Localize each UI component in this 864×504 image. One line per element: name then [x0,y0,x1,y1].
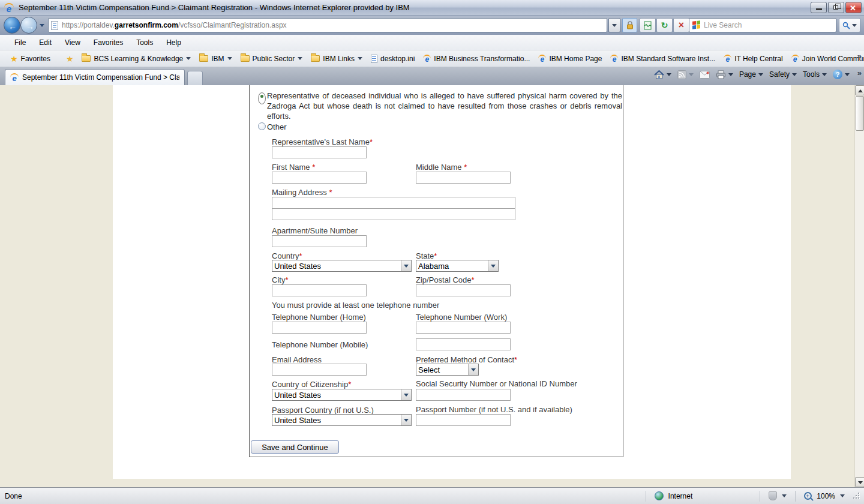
preferred-contact-select-value: Select [416,365,468,374]
address-dropdown-button[interactable] [608,18,620,32]
forward-button[interactable]: → [20,17,37,34]
zip-input[interactable] [416,284,511,296]
label-text: Middle Name [416,163,462,172]
favorites-overflow-chevron-icon[interactable]: » [857,52,862,61]
country-select-value: United States [272,262,401,271]
page-menu-label: Page [739,70,756,79]
folder-icon [311,55,320,62]
passport-country-label: Passport Country (if not U.S.) [272,406,374,415]
security-lock-button[interactable] [622,18,637,32]
favorites-link-ibm-home-page[interactable]: e IBM Home Page [534,53,606,65]
rep-last-name-label: Representative's Last Name* [272,137,373,146]
chevron-down-icon [227,57,232,60]
page-menu-button[interactable]: Page [739,70,763,79]
favorites-link-it-help-central[interactable]: e IT Help Central [719,53,787,65]
protected-mode-icon[interactable] [769,491,777,500]
menu-edit[interactable]: Edit [33,37,58,49]
scroll-up-button[interactable] [855,85,864,95]
recent-pages-caret-icon[interactable] [40,24,44,27]
preferred-contact-select[interactable]: Select [416,364,479,376]
zoom-level-label[interactable]: 100% [817,492,835,500]
label-text: City [272,275,285,284]
tel-work-input[interactable] [416,322,511,334]
read-mail-button[interactable] [700,71,710,79]
city-label: City* [272,275,288,284]
chevron-down-icon [404,265,409,268]
stop-button[interactable]: × [673,18,689,32]
close-button[interactable]: ✕ [845,2,862,13]
state-select[interactable]: Alabama [416,260,499,272]
search-go-button[interactable] [839,18,860,32]
menu-file[interactable]: File [8,37,32,49]
chevron-down-icon[interactable] [782,494,787,497]
zip-label: Zip/Postal Code* [416,275,475,284]
citizenship-select[interactable]: United States [272,389,412,401]
tel-mobile-input[interactable] [416,338,511,350]
tools-menu-label: Tools [803,70,820,79]
tools-menu-button[interactable]: Tools [803,70,827,79]
label-text: Telephone Number (Home) [272,313,366,322]
new-tab-button[interactable] [187,71,203,85]
label-text: Preferred Method of Contact [416,355,514,364]
favorites-link-desktop-ini[interactable]: desktop.ini [367,53,419,65]
chevron-down-icon[interactable] [840,494,845,497]
resize-grip[interactable] [853,493,860,500]
restore-icon [833,5,838,10]
rep-last-name-input[interactable] [272,146,367,158]
scrollbar-thumb[interactable] [856,96,864,131]
search-input[interactable] [704,21,812,29]
favorites-link-ibm-business-transformation[interactable]: e IBM Business Transformatio... [419,53,534,65]
menu-favorites[interactable]: Favorites [88,37,129,49]
mailing-address-label: Mailing Address * [272,188,332,197]
mailing-address-line1-input[interactable] [272,197,515,209]
webpage-icon: e [610,55,618,62]
tab-active[interactable]: e September 11th Victim Compensation Fun… [5,69,185,85]
mailing-address-line2-input[interactable] [272,208,515,220]
home-button[interactable] [654,70,671,79]
chevron-down-icon [792,73,797,76]
country-select[interactable]: United States [272,260,412,272]
vertical-scrollbar[interactable] [854,85,864,487]
back-button[interactable]: ← [4,17,20,34]
passport-country-select[interactable]: United States [272,414,412,426]
command-bar-overflow-chevron-icon[interactable]: » [857,68,862,77]
menu-view[interactable]: View [59,37,86,49]
city-input[interactable] [272,284,367,296]
save-and-continue-button[interactable]: Save and Continue [251,440,339,454]
favorites-link-ibm-standard-software[interactable]: e IBM Standard Software Inst... [606,53,719,65]
feeds-button[interactable] [677,70,694,79]
print-button[interactable] [716,70,733,79]
printer-icon [716,70,726,79]
minimize-button[interactable] [811,2,827,13]
email-input[interactable] [272,364,367,376]
help-button[interactable]: ? [833,70,850,79]
restore-button[interactable] [828,2,844,13]
safety-menu-button[interactable]: Safety [769,70,797,79]
live-search-box[interactable] [689,18,836,32]
favorites-link-world-community-grid[interactable]: e Join World Community Grid [787,53,864,65]
radio-representative-deceased[interactable] [258,92,266,104]
favorites-folder-public-sector[interactable]: Public Sector [236,53,307,65]
add-favorite-button[interactable]: ★ [62,53,78,65]
favorites-button[interactable]: ★ Favorites [6,53,55,65]
address-bar[interactable]: https://portaldev.garretsonfirm.com/vcfs… [48,18,607,32]
favorites-folder-ibm-links[interactable]: IBM Links [307,53,367,65]
chevron-down-icon [491,265,496,268]
tel-home-input[interactable] [272,322,367,334]
passport-number-input[interactable] [416,414,511,426]
scroll-down-button[interactable] [855,477,864,487]
radio-other[interactable] [258,122,266,130]
favorites-folder-ibm[interactable]: IBM [195,53,236,65]
first-name-input[interactable] [272,172,367,184]
ssn-input[interactable] [416,389,511,401]
apartment-input[interactable] [272,235,367,247]
compatibility-view-button[interactable] [640,18,656,32]
close-icon: ✕ [850,4,856,13]
menu-tools[interactable]: Tools [130,37,159,49]
refresh-button[interactable]: ↻ [656,18,673,32]
middle-name-input[interactable] [416,172,511,184]
zoom-magnifier-icon[interactable]: + [804,492,812,500]
menu-help[interactable]: Help [160,37,187,49]
webpage-icon: e [423,55,431,62]
favorites-folder-bcs[interactable]: BCS Learning & Knowledge [77,53,195,65]
